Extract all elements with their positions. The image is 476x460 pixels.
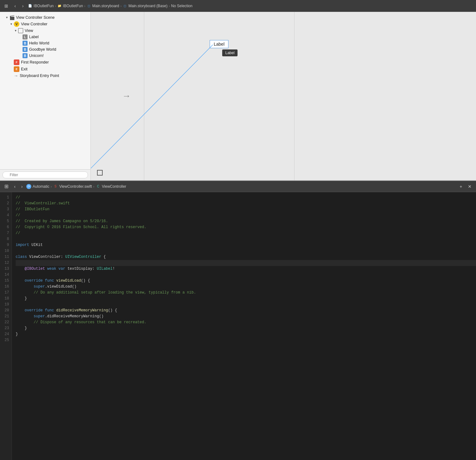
main-area: ▼ 🎬 View Controller Scene ▼ V View Contr… — [0, 12, 476, 460]
breadcrumb-item-main-storyboard[interactable]: ◻ Main.storyboard — [87, 4, 119, 8]
line-number: 17 — [0, 290, 9, 296]
line-number: 25 — [0, 337, 9, 343]
top-toolbar: ⊞ ‹ › 📄 IBOutletFun › 📁 IBOutletFun › ◻ … — [0, 0, 476, 12]
viewcontroller-class-item[interactable]: C ViewController — [96, 184, 126, 189]
canvas-divider-2 — [294, 12, 294, 180]
canvas-arrow: → — [122, 91, 131, 101]
outline-content: ▼ 🎬 View Controller Scene ▼ V View Contr… — [0, 12, 90, 169]
line-number: 3 — [0, 207, 9, 212]
document-outline-panel: ▼ 🎬 View Controller Scene ▼ V View Contr… — [0, 12, 91, 180]
automatic-item[interactable]: ⟳ Automatic — [26, 184, 49, 189]
line-number: 24 — [0, 331, 9, 337]
mid-forward-button[interactable]: › — [19, 183, 25, 190]
code-editor: 1234567891011121314151617181920212223242… — [0, 192, 476, 460]
code-line: // Created by James Campagno on 5/20/16. — [16, 218, 476, 224]
exit-icon: E — [14, 66, 19, 72]
doc-icon: 📄 — [28, 4, 32, 8]
mid-back-button[interactable]: ‹ — [12, 183, 18, 190]
line-number: 18 — [0, 296, 9, 302]
folder-icon: 📁 — [57, 4, 62, 8]
label-tooltip: Label — [222, 49, 238, 56]
storyboard-section: ▼ 🎬 View Controller Scene ▼ V View Contr… — [0, 12, 476, 181]
code-content[interactable]: //// ViewController.swift// IBOutletFun/… — [12, 192, 476, 460]
viewcontroller-swift-item[interactable]: S ViewController.swift — [53, 184, 92, 189]
mid-breadcrumb-sep2: › — [93, 185, 95, 188]
outline-item-first-responder[interactable]: F First Responder — [0, 59, 90, 66]
line-number: 12 — [0, 260, 9, 266]
entry-arrow-icon: → — [14, 73, 18, 78]
spacer — [18, 48, 22, 51]
outline-item-viewcontroller[interactable]: ▼ V View Controller — [0, 21, 90, 28]
editor-mode-button[interactable]: ⊞ — [3, 3, 10, 9]
connection-line — [91, 12, 476, 180]
code-line — [16, 236, 476, 242]
line-number: 6 — [0, 224, 9, 230]
code-line: override func viewDidLoad() { — [16, 278, 476, 284]
scene-icon: 🎬 — [9, 15, 14, 20]
line-number: 16 — [0, 284, 9, 290]
mid-breadcrumb: ⟳ Automatic › S ViewController.swift › C… — [26, 184, 126, 189]
outline-item-label[interactable]: L Label — [0, 34, 90, 40]
outline-item-goodbye-world[interactable]: B Goodbye World — [0, 46, 90, 53]
line-number: 8 — [0, 236, 9, 242]
spacer — [9, 60, 13, 64]
outline-item-view[interactable]: ▼ View — [0, 28, 90, 34]
code-line: @IBOutlet weak var textDisplay: UILabel! — [16, 266, 476, 272]
code-line: // ViewController.swift — [16, 201, 476, 207]
spacer — [18, 35, 22, 39]
automatic-icon: ⟳ — [26, 184, 31, 189]
outline-item-unicorn[interactable]: B Unicorn! — [0, 53, 90, 59]
editor-split-button[interactable]: ⊞ — [3, 183, 10, 190]
add-button[interactable]: + — [458, 183, 464, 190]
view-icon — [18, 28, 23, 33]
spacer — [9, 74, 13, 78]
outline-item-exit[interactable]: E Exit — [0, 66, 90, 73]
line-number: 19 — [0, 302, 9, 308]
outline-item-scene[interactable]: ▼ 🎬 View Controller Scene — [0, 14, 90, 21]
canvas-area: → Label Label — [91, 12, 476, 180]
code-line: class ViewController: UIViewController { — [16, 254, 476, 260]
filter-wrapper: ⌕ — [3, 171, 88, 178]
outline-item-hello-world[interactable]: B Hello World — [0, 40, 90, 46]
storyboard-base-icon: ◻ — [123, 4, 127, 8]
code-line: // Do any additional setup after loading… — [16, 290, 476, 296]
breadcrumb-item-storyboard-base[interactable]: ◻ Main.storyboard (Base) — [123, 4, 167, 8]
storyboard-icon: ◻ — [87, 4, 91, 8]
line-number: 2 — [0, 201, 9, 207]
outline-item-entry-point[interactable]: → Storyboard Entry Point — [0, 73, 90, 79]
line-number: 14 — [0, 272, 9, 278]
code-line: // — [16, 230, 476, 236]
filter-input[interactable] — [3, 171, 88, 178]
code-line: // Dispose of any resources that can be … — [16, 319, 476, 325]
line-number: 22 — [0, 319, 9, 325]
code-line: // — [16, 212, 476, 218]
close-button[interactable]: ✕ — [466, 183, 473, 190]
code-line: // Copyright © 2016 Flatiron School. All… — [16, 224, 476, 230]
triangle-icon: ▼ — [14, 29, 18, 33]
breadcrumb-item-iboutletfun-doc[interactable]: 📄 IBOutletFun — [28, 4, 54, 8]
triangle-icon: ▼ — [5, 16, 9, 19]
code-line — [16, 337, 476, 343]
outlet-icon: B — [23, 47, 28, 52]
line-number: 23 — [0, 325, 9, 331]
code-line: override func didReceiveMemoryWarning() … — [16, 308, 476, 314]
back-button[interactable]: ‹ — [13, 3, 18, 9]
triangle-icon: ▼ — [9, 22, 13, 26]
line-number: 5 — [0, 218, 9, 224]
canvas-corner-mark — [97, 170, 103, 176]
line-number: 7 — [0, 230, 9, 236]
outlet-icon: B — [23, 53, 28, 58]
label-widget[interactable]: Label — [210, 40, 228, 48]
breadcrumb-item-iboutletfun-folder[interactable]: 📁 IBOutletFun — [57, 4, 83, 8]
code-line: import UIKit — [16, 242, 476, 248]
line-number: 1 — [0, 195, 9, 201]
code-line: } — [16, 325, 476, 331]
canvas-divider-1 — [144, 12, 144, 180]
forward-button[interactable]: › — [20, 3, 26, 9]
filter-bar: ⌕ — [0, 169, 90, 180]
responder-icon: F — [14, 59, 19, 65]
line-number: 20 — [0, 308, 9, 314]
code-line — [16, 302, 476, 308]
breadcrumb-item-no-selection[interactable]: No Selection — [171, 4, 192, 8]
code-line: super.viewDidLoad() — [16, 284, 476, 290]
